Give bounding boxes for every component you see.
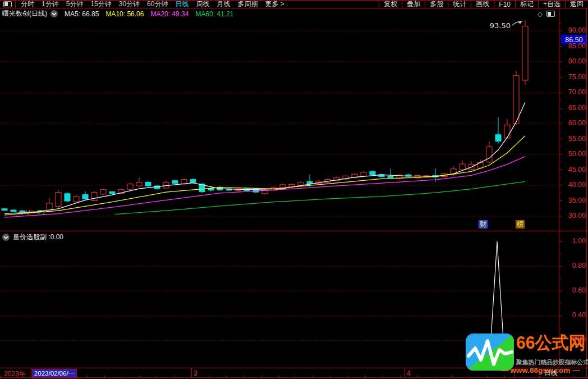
toolbar-button[interactable]: 多股: [425, 1, 448, 8]
period-tab-daily[interactable]: 日线: [175, 0, 189, 9]
panel-icon: [3, 1, 12, 7]
period-tab-more[interactable]: 更多 >: [265, 0, 284, 9]
sub-panel-header: 量价选股副 :0.00: [2, 232, 63, 242]
ma10-value: MA10: 56.06: [105, 10, 144, 18]
sub-indicator-chart[interactable]: [0, 241, 562, 366]
titlebar-icons: ◇: [538, 11, 555, 17]
bang-badge[interactable]: 榜: [516, 220, 525, 229]
toolbar-button-add-watchlist[interactable]: +自选: [538, 1, 565, 8]
toolbar-button-f10[interactable]: F10: [494, 1, 515, 8]
chevron-down-icon[interactable]: [2, 234, 10, 241]
ma60-value: MA60: 41.21: [195, 10, 233, 18]
toolbar: 复权 叠加 多股 统计 画线 F10 标记 +自选 返回: [379, 1, 588, 8]
gray-marks: 3U 42: [20, 209, 48, 216]
toolbar-button-back[interactable]: 返回: [565, 1, 588, 8]
price-axis-label: 65.00: [562, 104, 586, 112]
price-axis-label: 35.00: [562, 197, 586, 204]
toolbar-button[interactable]: 画线: [471, 1, 494, 8]
period-tab[interactable]: 5分钟: [66, 0, 84, 9]
period-tab[interactable]: 月线: [217, 0, 230, 9]
axis-divider: [559, 8, 559, 368]
period-tab[interactable]: 多周期: [237, 0, 258, 9]
price-axis-label: 70.00: [562, 88, 586, 96]
high-annotation: 93.50: [490, 21, 511, 30]
price-axis-label: 75.00: [562, 73, 586, 81]
indicator-label: 量价选股副 :0.00: [13, 232, 63, 242]
price-axis-label: 90.00: [562, 26, 586, 34]
sub-axis-label: 0.20: [562, 336, 586, 344]
trading-app-window: 93.50 分时 1分钟 5分钟 15分钟 30分钟 60分钟 日线 周线 月线…: [0, 0, 588, 379]
title-bar: 曙光数创(日线) MA5: 66.85 MA10: 56.06 MA20: 49…: [0, 9, 559, 19]
price-axis-label: 85.00: [562, 42, 586, 50]
sub-axis-label: 0.60: [562, 286, 586, 294]
price-axis-label: 50.00: [562, 150, 586, 158]
panel-divider[interactable]: [0, 231, 588, 231]
panel-toggle-icon[interactable]: [546, 11, 555, 17]
ma20-value: MA20: 49.34: [150, 10, 189, 18]
price-axis-label: 30.00: [562, 212, 586, 220]
stock-title: 曙光数创(日线): [2, 9, 47, 19]
period-tab[interactable]: 周线: [196, 0, 209, 9]
price-axis-label: 80.00: [562, 57, 586, 65]
period-tab[interactable]: 分时: [21, 0, 34, 9]
price-axis-label: 45.00: [562, 166, 586, 173]
ma5-value: MA5: 66.85: [65, 10, 99, 18]
toolbar-button[interactable]: 统计: [448, 1, 471, 8]
period-tab[interactable]: 15分钟: [90, 0, 111, 9]
chart-canvas: 93.50: [0, 0, 588, 379]
bottom-border: [0, 377, 588, 378]
layout-panel-icon[interactable]: [0, 1, 16, 8]
cai-badge[interactable]: 财: [479, 220, 488, 229]
toolbar-button[interactable]: 复权: [379, 1, 402, 8]
right-border: [586, 8, 587, 378]
main-candle-chart[interactable]: 93.50: [0, 20, 562, 217]
price-axis-label: 40.00: [562, 181, 586, 189]
top-menu-bar: 分时 1分钟 5分钟 15分钟 30分钟 60分钟 日线 周线 月线 多周期 更…: [0, 0, 588, 8]
period-menu: 分时 1分钟 5分钟 15分钟 30分钟 60分钟 日线 周线 月线 多周期 更…: [16, 0, 284, 9]
chevron-down-icon[interactable]: [50, 10, 58, 17]
toolbar-button[interactable]: 标记: [515, 1, 538, 8]
diamond-icon[interactable]: ◇: [538, 11, 543, 17]
sub-axis-label: 0.80: [562, 262, 586, 270]
sub-axis-label: 0.40: [562, 311, 586, 319]
price-axis-label: 60.00: [562, 119, 586, 127]
period-tab[interactable]: 1分钟: [42, 0, 59, 9]
toolbar-button[interactable]: 叠加: [402, 1, 425, 8]
sub-axis-label: 1.00: [562, 237, 586, 245]
period-tab[interactable]: 30分钟: [119, 0, 140, 9]
price-axis-label: 55.00: [562, 135, 586, 143]
period-tab[interactable]: 60分钟: [147, 0, 168, 9]
